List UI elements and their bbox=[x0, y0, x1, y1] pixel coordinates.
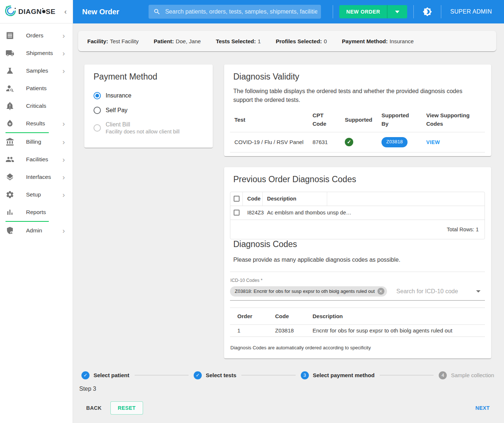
alert-bell-icon bbox=[6, 102, 14, 110]
step-check-icon: ✓ bbox=[194, 371, 202, 379]
ordered-codes-row: 1 Z03818 Encntr for obs for susp expsr t… bbox=[230, 325, 485, 337]
gear-icon bbox=[6, 190, 14, 199]
icd10-select[interactable]: Z03818: Encntr for obs for susp expsr to… bbox=[230, 286, 485, 297]
page-title: New Order bbox=[82, 8, 119, 16]
new-order-split-button[interactable]: NEW ORDER bbox=[339, 5, 408, 18]
sidebar-item-label: Billing bbox=[26, 139, 62, 145]
sidebar-header: DIAGNSE ‹ bbox=[0, 0, 73, 23]
cell-code: Z03818 bbox=[268, 327, 305, 334]
shield-admin-icon bbox=[6, 226, 14, 235]
radio-unselected-icon[interactable] bbox=[94, 107, 101, 114]
summary-patient: Patient:Doe, Jane bbox=[154, 38, 201, 44]
diagnosis-codes-subtitle: Please provide as many applicable diagno… bbox=[233, 257, 485, 263]
ordered-codes-header: Order Code Description bbox=[230, 308, 485, 325]
brand-logo-icon bbox=[4, 4, 17, 19]
step-label: Select tests bbox=[206, 372, 236, 378]
select-caret-icon[interactable] bbox=[476, 290, 481, 293]
validity-table-header: Test CPT Code Supported Supported By Vie… bbox=[230, 107, 485, 132]
search-input[interactable] bbox=[165, 8, 317, 15]
divider bbox=[230, 272, 485, 272]
chevron-right-icon: › bbox=[62, 227, 65, 234]
sidebar-item-interfaces[interactable]: Interfaces › bbox=[0, 168, 73, 186]
summary-value: Test Facility bbox=[110, 38, 139, 44]
sidebar-item-orders[interactable]: Orders › bbox=[0, 27, 73, 44]
diagnosis-validity-title: Diagnosis Validity bbox=[233, 72, 485, 82]
radio-selected-icon[interactable] bbox=[94, 92, 101, 99]
sidebar-item-patients[interactable]: Patients bbox=[0, 80, 73, 97]
user-menu[interactable]: SUPER ADMIN bbox=[450, 8, 492, 15]
summary-profiles-selected: Profiles Selected:0 bbox=[276, 38, 327, 44]
radio-client-bill: Client Bill Facility does not allow clie… bbox=[90, 118, 207, 138]
page-content: Facility:Test Facility Patient:Doe, Jane… bbox=[73, 23, 504, 423]
sidebar-item-label: Setup bbox=[26, 191, 62, 198]
sidebar-item-results[interactable]: Results › bbox=[0, 115, 73, 132]
summary-label: Profiles Selected: bbox=[276, 38, 322, 44]
chevron-right-icon: › bbox=[62, 32, 65, 39]
sidebar-item-shipments[interactable]: Shipments › bbox=[0, 44, 73, 62]
step-label: Select payment method bbox=[313, 372, 375, 378]
summary-facility: Facility:Test Facility bbox=[87, 38, 139, 44]
chevron-right-icon: › bbox=[62, 67, 65, 74]
icd10-search-input[interactable] bbox=[397, 288, 473, 295]
summary-label: Facility: bbox=[87, 38, 108, 44]
step-sample-collection[interactable]: 4 Sample collection bbox=[439, 371, 494, 379]
previous-codes-table: Code Description I824Z3 Ac emblsm and th… bbox=[230, 192, 485, 239]
chevron-right-icon: › bbox=[62, 49, 65, 57]
sidebar-item-criticals[interactable]: Criticals bbox=[0, 97, 73, 115]
sidebar-item-admin[interactable]: Admin › bbox=[0, 222, 73, 239]
next-button[interactable]: NEXT bbox=[473, 401, 492, 415]
global-search bbox=[149, 5, 321, 19]
flask-icon bbox=[6, 66, 14, 75]
sidebar-nav: Orders › Shipments › Samples › Patients … bbox=[0, 23, 73, 239]
validity-table-row: COVID-19 / Flu / RSV Panel 87631 ✓ Z0381… bbox=[230, 132, 485, 152]
cell-order: 1 bbox=[230, 327, 268, 334]
order-summary-bar: Facility:Test Facility Patient:Doe, Jane… bbox=[78, 31, 496, 51]
payment-method-title: Payment Method bbox=[94, 72, 207, 82]
view-supporting-codes-link[interactable]: VIEW bbox=[426, 139, 440, 145]
sidebar-item-setup[interactable]: Setup › bbox=[0, 186, 73, 203]
sidebar-item-billing[interactable]: Billing › bbox=[0, 133, 73, 151]
icd10-field-label: ICD-10 Codes * bbox=[230, 278, 485, 283]
summary-label: Payment Method: bbox=[342, 38, 388, 44]
chevron-right-icon: › bbox=[62, 120, 65, 127]
new-order-dropdown-button[interactable] bbox=[387, 5, 407, 18]
chip-remove-icon[interactable]: ✕ bbox=[377, 288, 384, 295]
sidebar-item-label: Interfaces bbox=[26, 174, 62, 180]
step-select-patient[interactable]: ✓ Select patient bbox=[81, 371, 129, 379]
new-order-button-label[interactable]: NEW ORDER bbox=[339, 5, 387, 18]
top-app-bar: New Order NEW ORDER SUPER ADMIN bbox=[73, 0, 504, 23]
sidebar-item-label: Orders bbox=[26, 32, 62, 39]
brand-logo: DIAGNSE bbox=[4, 4, 63, 19]
diagnosis-validity-description: The following table displays the ordered… bbox=[233, 87, 474, 104]
row-checkbox[interactable] bbox=[234, 210, 240, 216]
sidebar-item-label: Shipments bbox=[26, 50, 62, 56]
reset-button[interactable]: RESET bbox=[110, 401, 143, 415]
summary-value: 1 bbox=[258, 38, 260, 44]
step-select-tests[interactable]: ✓ Select tests bbox=[194, 371, 236, 379]
sidebar-collapse-icon[interactable]: ‹ bbox=[63, 7, 68, 16]
radio-insurance[interactable]: Insurance bbox=[90, 88, 207, 103]
step-count-label: Step 3 bbox=[79, 386, 504, 392]
bank-icon bbox=[6, 137, 14, 146]
supported-by-code-chip[interactable]: Z03818 bbox=[381, 137, 408, 147]
back-button[interactable]: BACK bbox=[84, 401, 104, 415]
previous-codes-footer: Total Rows: 1 bbox=[230, 220, 485, 239]
search-icon bbox=[153, 8, 161, 15]
chevron-right-icon: › bbox=[62, 156, 65, 163]
step-select-payment-method[interactable]: 3 Select payment method bbox=[301, 371, 375, 379]
sidebar-item-reports[interactable]: Reports bbox=[0, 203, 73, 221]
theme-toggle-button[interactable] bbox=[423, 7, 432, 16]
truck-icon bbox=[6, 49, 14, 58]
select-all-checkbox[interactable] bbox=[234, 196, 240, 202]
sidebar-item-facilities[interactable]: Facilities › bbox=[0, 151, 73, 168]
diagnosis-codes-title: Diagnosis Codes bbox=[233, 239, 485, 249]
radio-self-pay[interactable]: Self Pay bbox=[90, 103, 207, 118]
sidebar-item-label: Admin bbox=[26, 227, 62, 234]
sidebar-item-label: Samples bbox=[26, 67, 62, 74]
step-connector bbox=[135, 375, 189, 375]
sidebar: DIAGNSE ‹ Orders › Shipments › Samples › bbox=[0, 0, 73, 423]
step-connector bbox=[380, 375, 434, 375]
sidebar-item-samples[interactable]: Samples › bbox=[0, 62, 73, 80]
chevron-right-icon: › bbox=[62, 173, 65, 181]
col-order: Order bbox=[230, 313, 268, 319]
